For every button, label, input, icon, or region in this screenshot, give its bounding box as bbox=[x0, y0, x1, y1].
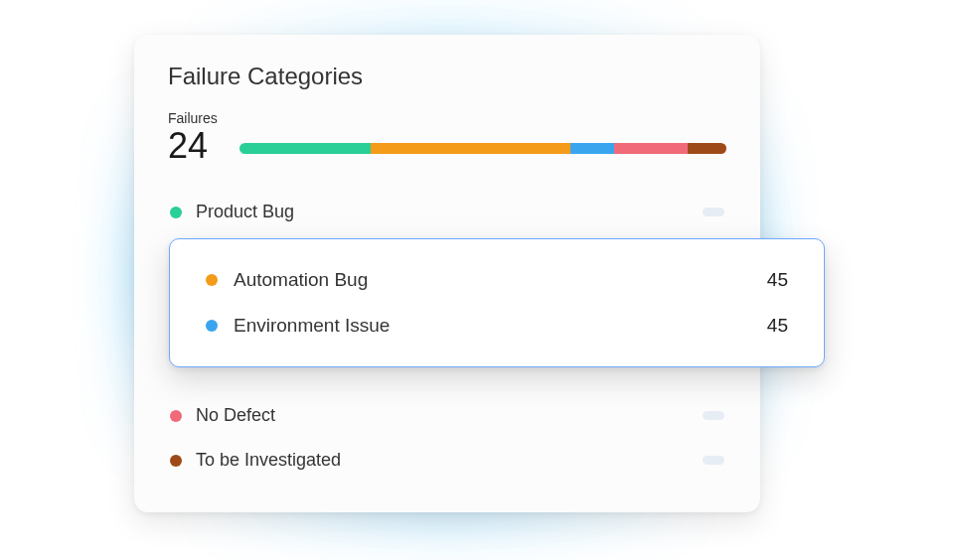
popout-card: Automation Bug 45 Environment Issue 45 bbox=[169, 238, 825, 367]
failure-distribution-bar bbox=[239, 143, 726, 154]
popout-label: Automation Bug bbox=[234, 269, 751, 291]
dot-icon bbox=[170, 410, 182, 422]
dot-icon bbox=[206, 274, 218, 286]
popout-label: Environment Issue bbox=[234, 315, 751, 337]
card-title: Failure Categories bbox=[168, 63, 726, 90]
category-label: To be Investigated bbox=[196, 450, 689, 471]
value-placeholder-pill bbox=[703, 456, 724, 465]
dot-icon bbox=[170, 207, 182, 218]
popout-value: 45 bbox=[767, 315, 788, 337]
summary-value: 24 bbox=[168, 128, 218, 164]
bar-segment bbox=[371, 143, 570, 154]
bar-segment bbox=[239, 143, 371, 154]
category-row-no-defect[interactable]: No Defect bbox=[168, 393, 726, 438]
dot-icon bbox=[170, 455, 182, 467]
bar-segment bbox=[570, 143, 614, 154]
value-placeholder-pill bbox=[703, 411, 724, 420]
category-label: No Defect bbox=[196, 405, 689, 426]
bar-segment bbox=[688, 143, 726, 154]
summary-label: Failures bbox=[168, 110, 218, 126]
dot-icon bbox=[206, 320, 218, 332]
bar-segment bbox=[614, 143, 688, 154]
category-row-product-bug[interactable]: Product Bug bbox=[168, 190, 726, 234]
summary-row: Failures 24 bbox=[168, 110, 726, 164]
summary-column: Failures 24 bbox=[168, 110, 218, 164]
value-placeholder-pill bbox=[703, 208, 724, 216]
category-row-to-be-investigated[interactable]: To be Investigated bbox=[168, 438, 726, 483]
popout-row-automation-bug[interactable]: Automation Bug 45 bbox=[204, 257, 790, 303]
category-label: Product Bug bbox=[196, 202, 689, 222]
popout-row-environment-issue[interactable]: Environment Issue 45 bbox=[204, 303, 790, 349]
popout-value: 45 bbox=[767, 269, 788, 291]
